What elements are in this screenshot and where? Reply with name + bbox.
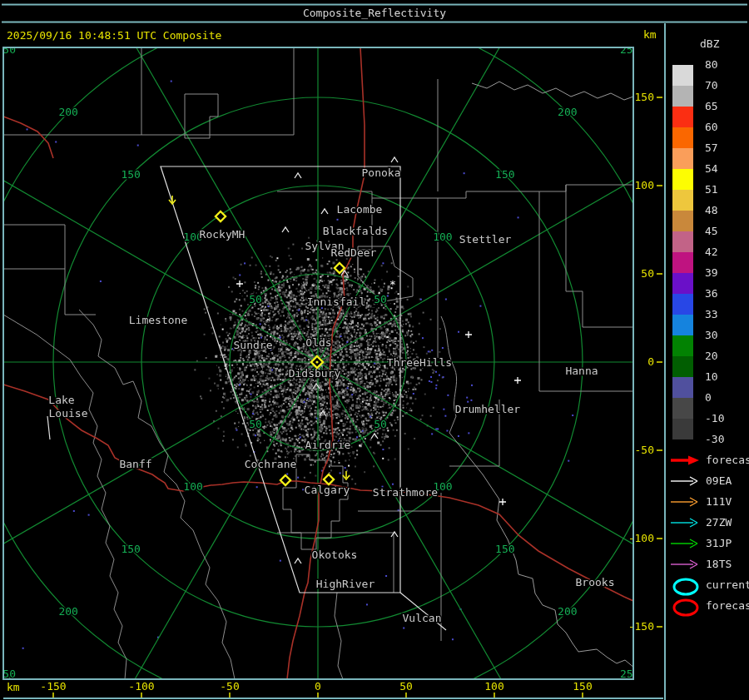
town-label-airdrie: Airdrie bbox=[305, 439, 351, 451]
right-axis-label-150: 150 bbox=[635, 91, 654, 103]
dbz-swatch-57 bbox=[672, 148, 693, 169]
town-label-calgary: Calgary bbox=[305, 484, 350, 496]
ring-distance-label-50: 50 bbox=[249, 418, 262, 430]
town-label-blackfalds: Blackfalds bbox=[323, 225, 388, 237]
storm-caret-icon bbox=[371, 434, 378, 439]
legend-item-31JP: 31JP bbox=[671, 537, 732, 549]
town-label-drumheller: Drumheller bbox=[455, 403, 520, 415]
storm-caret-icon bbox=[313, 384, 320, 389]
legend-item-current: current bbox=[674, 578, 749, 594]
bottom-axis-label-100: 100 bbox=[484, 680, 503, 693]
dbz-swatch-36 bbox=[672, 294, 693, 315]
ring-distance-label-200: 200 bbox=[58, 106, 77, 118]
right-axis-label--100: -100 bbox=[628, 532, 654, 544]
storm-caret-icon bbox=[391, 157, 398, 162]
legend: forecast09EA111V27ZW31JP18TScurrentforec… bbox=[671, 454, 749, 615]
ring-distance-label-150: 150 bbox=[121, 168, 140, 181]
right-axis-unit-label: km bbox=[643, 28, 657, 41]
ring-distance-label-250: 250 bbox=[620, 43, 639, 56]
dbz-swatch-48 bbox=[672, 211, 693, 231]
legend-item-111V: 111V bbox=[671, 495, 732, 508]
legend-label-09EA: 09EA bbox=[706, 474, 732, 487]
titlebar: Composite_Reflectivity bbox=[2, 5, 747, 22]
legend-ellipse-current bbox=[674, 579, 697, 594]
bottom-axis-label-150: 150 bbox=[573, 680, 592, 693]
dbz-level-label-36: 36 bbox=[705, 287, 718, 300]
dbz-swatch-33 bbox=[672, 315, 693, 335]
dbz-level-label-51: 51 bbox=[705, 183, 718, 196]
bottom-axis-unit-label: km bbox=[7, 681, 20, 693]
dbz-level-label-30: 30 bbox=[705, 329, 718, 341]
dbz-level-label-20: 20 bbox=[705, 350, 718, 362]
right-axis-label-0: 0 bbox=[647, 355, 654, 368]
dbz-swatch-0 bbox=[672, 398, 693, 419]
bottom-axis-label--100: -100 bbox=[128, 680, 154, 693]
ring-distance-label-250: 250 bbox=[0, 43, 16, 56]
legend-label-18TS: 18TS bbox=[706, 558, 732, 570]
town-label-sundre: Sundre bbox=[234, 339, 273, 351]
dbz-swatch-42 bbox=[672, 252, 693, 273]
dbz-level-label-54: 54 bbox=[705, 162, 718, 175]
dbz-level-label-0: 0 bbox=[705, 391, 712, 404]
radial-spoke-30 bbox=[318, 0, 642, 362]
cell-motion-arrow-icon bbox=[343, 471, 350, 479]
dbz-level-label-70: 70 bbox=[705, 79, 718, 92]
town-label-highriver: HighRiver bbox=[316, 578, 375, 590]
legend-item-forecast: forecast bbox=[671, 454, 749, 466]
radar-application-window: Composite_Reflectivity 2025/09/16 10:48:… bbox=[0, 0, 749, 700]
right-axis-label-100: 100 bbox=[635, 179, 654, 191]
ring-distance-label-100: 100 bbox=[183, 480, 202, 493]
dbz-level-label-57: 57 bbox=[705, 141, 718, 154]
town-labels: PonokaLacombeBlackfaldsSylvanRedDeerStet… bbox=[48, 166, 614, 624]
river-red-deer bbox=[449, 433, 635, 676]
town-label-hanna: Hanna bbox=[565, 365, 598, 377]
dbz-swatch-70 bbox=[672, 86, 693, 107]
storm-caret-icon bbox=[321, 209, 328, 214]
dbz-swatch-60 bbox=[672, 127, 693, 148]
dbz-level-label-39: 39 bbox=[705, 266, 718, 279]
dbz-level-label-42: 42 bbox=[705, 246, 718, 258]
plus-marker-icon bbox=[499, 499, 506, 505]
storm-caret-icon bbox=[295, 559, 301, 563]
legend-ellipse-forecast bbox=[674, 600, 697, 615]
ring-distance-label-50: 50 bbox=[249, 293, 262, 305]
town-label-okotoks: Okotoks bbox=[312, 549, 358, 561]
bottom-axis-label--150: -150 bbox=[40, 680, 66, 693]
colorbar-title: dBZ bbox=[700, 37, 720, 50]
radial-spoke-330 bbox=[0, 0, 318, 362]
legend-item-forecast: forecast bbox=[674, 599, 749, 615]
dbz-level-label-33: 33 bbox=[705, 308, 718, 320]
radar-display-scene: Composite_Reflectivity 2025/09/16 10:48:… bbox=[0, 0, 749, 700]
dbz-level-label-48: 48 bbox=[705, 204, 718, 216]
town-label-lake: Lake bbox=[48, 394, 74, 406]
dbz-level-label-65: 65 bbox=[705, 100, 718, 112]
dbz-swatch-80 bbox=[672, 65, 693, 86]
legend-label-forecast: forecast bbox=[706, 454, 749, 466]
header-row: 2025/09/16 10:48:51 UTC Composite km bbox=[7, 28, 657, 42]
town-label-rockymh: RockyMH bbox=[200, 228, 246, 241]
ring-distance-label-250: 250 bbox=[620, 668, 639, 680]
bottom-axis-label-50: 50 bbox=[399, 680, 413, 693]
town-label-vulcan: Vulcan bbox=[403, 612, 442, 624]
dbz-swatch-10 bbox=[672, 377, 693, 398]
right-axis-label--50: -50 bbox=[635, 444, 654, 456]
plus-marker-icon bbox=[514, 377, 521, 384]
dbz-level-label-60: 60 bbox=[705, 121, 718, 133]
dbz-level-label--30: -30 bbox=[705, 433, 724, 445]
dbz-swatch-39 bbox=[672, 273, 693, 294]
town-label-lacombe: Lacombe bbox=[337, 203, 383, 216]
storm-caret-icon bbox=[295, 173, 301, 178]
plus-marker-icon bbox=[465, 331, 472, 338]
legend-arrow-head bbox=[688, 456, 699, 465]
range-rings-and-spokes bbox=[0, 0, 749, 700]
dbz-swatch-65 bbox=[672, 107, 693, 127]
dbz-swatch-20 bbox=[672, 356, 693, 377]
radar-site-marker bbox=[280, 475, 290, 485]
storm-caret-icon bbox=[282, 227, 289, 232]
town-label-threehills: ThreeHills bbox=[387, 356, 452, 369]
ring-distance-label-150: 150 bbox=[495, 543, 514, 555]
radial-spoke-210 bbox=[0, 362, 318, 700]
legend-label-current: current bbox=[706, 578, 749, 591]
dbz-swatch-30 bbox=[672, 335, 693, 356]
ring-distance-label-200: 200 bbox=[558, 106, 577, 118]
